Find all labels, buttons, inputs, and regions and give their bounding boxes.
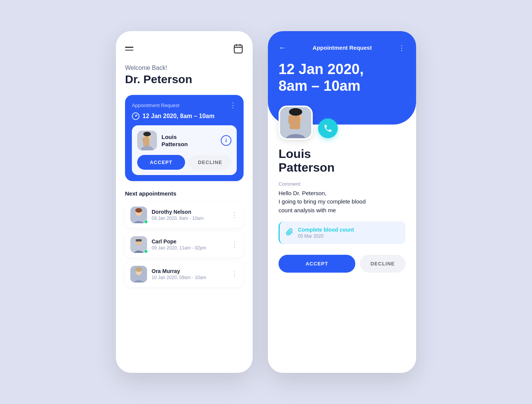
header-icons bbox=[125, 43, 244, 54]
card-label: Appointment Request bbox=[132, 103, 179, 108]
info-icon[interactable]: i bbox=[221, 135, 231, 146]
appointment-time: 09 Jan 2020, 11am - 02pm bbox=[152, 245, 226, 251]
appointment-info: Carl Pope 09 Jan 2020, 11am - 02pm bbox=[152, 238, 226, 251]
screen2-patient-name: LouisPatterson bbox=[279, 147, 405, 174]
attachment-info: Complete blood count 05 Mar 2020 bbox=[298, 227, 354, 239]
paperclip-icon bbox=[286, 228, 293, 238]
welcome-text: Welcome Back! bbox=[125, 65, 244, 71]
patient-name: Dorothy Nelson bbox=[152, 209, 226, 215]
appointment-info: Dorothy Nelson 09 Jan 2020, 8am - 10am bbox=[152, 209, 226, 221]
svg-rect-10 bbox=[147, 137, 149, 141]
appointments-list: Dorothy Nelson 09 Jan 2020, 8am - 10am ⋮ bbox=[125, 202, 244, 287]
appointment-time: 09 Jan 2020, 8am - 10am bbox=[152, 216, 226, 221]
avatar-svg bbox=[130, 266, 147, 282]
screen2-accept-button[interactable]: ACCEPT bbox=[279, 255, 355, 273]
patient-row: LouisPatterson i bbox=[137, 131, 231, 150]
svg-rect-28 bbox=[288, 115, 291, 124]
screen2-patient-avatar bbox=[279, 106, 313, 140]
doctor-name: Dr. Peterson bbox=[125, 73, 244, 86]
appointment-request-card: Appointment Request ⋮ 12 Jan 2020, 8am –… bbox=[125, 95, 244, 181]
attachment-name: Complete blood count bbox=[298, 227, 354, 233]
patient-name: Carl Pope bbox=[152, 238, 226, 245]
accept-button[interactable]: ACCEPT bbox=[137, 155, 185, 170]
screen2-menu-icon[interactable]: ⋮ bbox=[398, 44, 405, 52]
card-header: Appointment Request ⋮ bbox=[132, 101, 237, 109]
phone-icon bbox=[323, 124, 332, 133]
svg-point-23 bbox=[135, 267, 142, 272]
patient-name: LouisPatterson bbox=[162, 133, 216, 148]
svg-rect-9 bbox=[146, 136, 147, 141]
screen2-nav: ← Appointment Request ⋮ bbox=[279, 43, 405, 52]
appointment-time: 12 Jan 2020, 8am – 10am bbox=[142, 113, 214, 120]
svg-point-15 bbox=[135, 208, 142, 213]
svg-point-32 bbox=[289, 108, 302, 116]
attachment-card[interactable]: Complete blood count 05 Mar 2020 bbox=[279, 221, 405, 244]
action-buttons: ACCEPT DECLINE bbox=[137, 155, 231, 170]
screen2-action-buttons: ACCEPT DECLINE bbox=[279, 255, 405, 273]
item-menu-icon[interactable]: ⋮ bbox=[231, 240, 238, 249]
screen2-decline-button[interactable]: DECLINE bbox=[360, 255, 405, 273]
comment-text: Hello Dr. Peterson, I going to bring my … bbox=[279, 189, 405, 215]
list-item: Ora Murray 10 Jan 2020, 09am - 10am ⋮ bbox=[125, 261, 244, 287]
avatar-wrap bbox=[130, 266, 147, 282]
status-dot bbox=[144, 220, 148, 224]
screens-container: Welcome Back! Dr. Peterson Appointment R… bbox=[116, 31, 416, 373]
attachment-date: 05 Mar 2020 bbox=[298, 234, 354, 239]
svg-rect-19 bbox=[136, 239, 142, 241]
screen2-datetime: 12 Jan 2020,8am – 10am bbox=[279, 61, 405, 94]
status-dot bbox=[144, 249, 148, 253]
comment-label: Comment: bbox=[279, 181, 405, 187]
appointment-time-row: 12 Jan 2020, 8am – 10am bbox=[132, 112, 237, 120]
svg-rect-0 bbox=[234, 45, 242, 53]
screen2-nav-title: Appointment Request bbox=[313, 44, 372, 51]
menu-icon[interactable] bbox=[125, 47, 133, 50]
list-item: Carl Pope 09 Jan 2020, 11am - 02pm ⋮ bbox=[125, 232, 244, 257]
screen2-content: LouisPatterson Comment: Hello Dr. Peters… bbox=[268, 125, 416, 373]
calendar-icon[interactable] bbox=[233, 43, 244, 54]
card-menu-icon[interactable]: ⋮ bbox=[230, 101, 237, 109]
screen1-content: Welcome Back! Dr. Peterson Appointment R… bbox=[116, 31, 253, 373]
back-arrow-icon[interactable]: ← bbox=[279, 43, 286, 52]
screen2-avatar-svg bbox=[280, 107, 311, 138]
patient-name: Ora Murray bbox=[152, 268, 226, 274]
svg-rect-7 bbox=[142, 137, 144, 142]
item-menu-icon[interactable]: ⋮ bbox=[231, 270, 238, 278]
svg-point-11 bbox=[143, 132, 151, 136]
clock-icon bbox=[132, 112, 139, 120]
decline-button[interactable]: DECLINE bbox=[189, 155, 231, 170]
paperclip-svg bbox=[286, 228, 293, 236]
screen2-patient-section bbox=[279, 106, 405, 140]
call-button[interactable] bbox=[318, 118, 338, 138]
avatar-wrap bbox=[130, 207, 147, 223]
appointment-time: 10 Jan 2020, 09am - 10am bbox=[152, 275, 226, 280]
screen1-phone: Welcome Back! Dr. Peterson Appointment R… bbox=[116, 31, 253, 373]
patient-avatar bbox=[137, 131, 157, 150]
patient-avatar-svg bbox=[137, 131, 157, 150]
next-appointments-label: Next appointments bbox=[125, 190, 244, 197]
item-menu-icon[interactable]: ⋮ bbox=[231, 211, 238, 219]
screen2-phone: ← Appointment Request ⋮ 12 Jan 2020,8am … bbox=[268, 31, 416, 373]
list-item: Dorothy Nelson 09 Jan 2020, 8am - 10am ⋮ bbox=[125, 202, 244, 228]
patient-avatar bbox=[130, 266, 147, 282]
svg-rect-8 bbox=[144, 137, 146, 142]
appointment-info: Ora Murray 10 Jan 2020, 09am - 10am bbox=[152, 268, 226, 280]
avatar-wrap bbox=[130, 236, 147, 253]
